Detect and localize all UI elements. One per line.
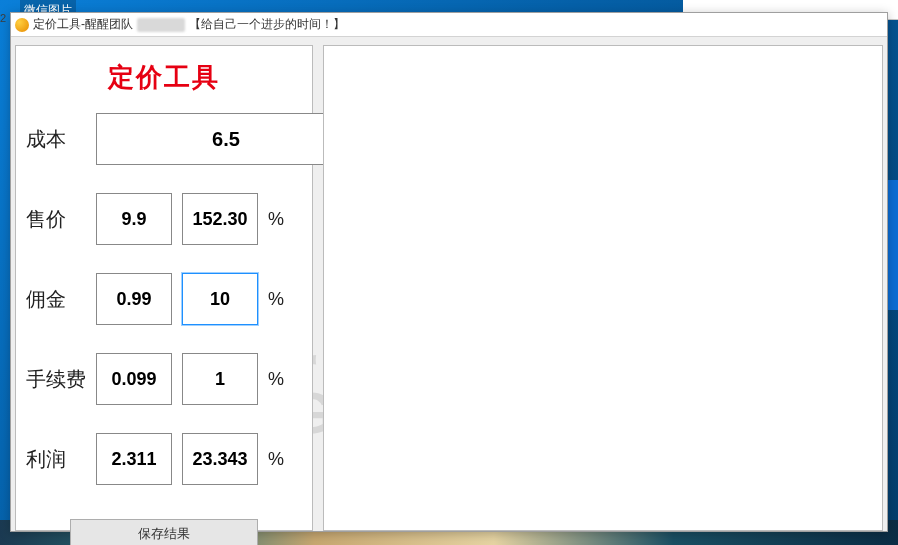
label-price: 售价 — [26, 206, 86, 233]
row-fee: 手续费 % — [26, 353, 302, 405]
window-title-app: 定价工具-醒醒团队 — [33, 16, 133, 33]
form-area: 成本 售价 % 佣金 % 手续费 — [16, 113, 312, 485]
label-commission: 佣金 — [26, 286, 86, 313]
input-commission-pct[interactable] — [182, 273, 258, 325]
input-fee-pct[interactable] — [182, 353, 258, 405]
tool-title: 定价工具 — [16, 60, 312, 95]
left-pane: 定价工具 成本 售价 % 佣金 % — [15, 45, 313, 531]
app-icon — [15, 18, 29, 32]
save-button[interactable]: 保存结果 — [70, 519, 258, 545]
title-redacted — [137, 18, 185, 32]
titlebar[interactable]: 定价工具-醒醒团队 【给自己一个进步的时间！】 — [11, 13, 887, 37]
input-fee-abs[interactable] — [96, 353, 172, 405]
row-cost: 成本 — [26, 113, 302, 165]
row-price: 售价 % — [26, 193, 302, 245]
input-price-pct[interactable] — [182, 193, 258, 245]
app-window: 定价工具-醒醒团队 【给自己一个进步的时间！】 醒醒团队 XINGXING TE… — [10, 12, 888, 532]
row-commission: 佣金 % — [26, 273, 302, 325]
row-profit: 利润 % — [26, 433, 302, 485]
input-profit-pct[interactable] — [182, 433, 258, 485]
input-profit-abs[interactable] — [96, 433, 172, 485]
pct-symbol-fee: % — [268, 369, 288, 390]
pct-symbol-profit: % — [268, 449, 288, 470]
pct-symbol-commission: % — [268, 289, 288, 310]
label-cost: 成本 — [26, 126, 86, 153]
input-price-abs[interactable] — [96, 193, 172, 245]
window-title-slogan: 【给自己一个进步的时间！】 — [189, 16, 345, 33]
pct-symbol-price: % — [268, 209, 288, 230]
right-pane[interactable] — [323, 45, 883, 531]
label-fee: 手续费 — [26, 366, 86, 393]
desktop-date-fragment: 2 — [0, 12, 6, 24]
label-profit: 利润 — [26, 446, 86, 473]
input-cost[interactable] — [96, 113, 356, 165]
input-commission-abs[interactable] — [96, 273, 172, 325]
